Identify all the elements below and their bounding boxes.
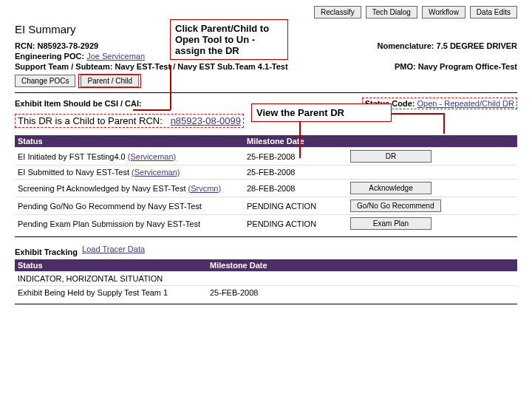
go-nogo-button[interactable]: Go/No Go Recommend (350, 200, 441, 212)
load-tracer-link[interactable]: Load Tracer Data (82, 245, 145, 253)
exam-plan-button[interactable]: Exam Plan (350, 217, 432, 230)
support-label: Support Team / Subteam: (15, 62, 112, 71)
col-status-header: Status (18, 261, 210, 270)
milestone-date: 28-FEB-2008 (247, 184, 350, 193)
child-dr-rcn-link[interactable]: n85923-08-0099 (171, 115, 241, 126)
callout-line-3 (392, 113, 443, 115)
milestone-date: 25-FEB-2008 (210, 288, 258, 297)
pmo-value: Navy Program Office-Test (418, 62, 517, 71)
table-row: EI Initiated by FST TEsting4.0 (Servicem… (15, 147, 517, 165)
status-table: Status Milestone Date EI Initiated by FS… (15, 135, 517, 232)
child-dr-text: This DR is a Child to Parent RCN: (18, 115, 163, 126)
divider-1 (15, 92, 517, 93)
milestone-date: 25-FEB-2008 (247, 168, 350, 177)
status-text: EI Initiated by FST TEsting4.0 (18, 152, 126, 161)
pmo-label: PMO: (395, 62, 416, 71)
reclassify-button[interactable]: Reclassify (314, 6, 361, 18)
poc-buttons-row: Change POCs Parent / Child (15, 74, 517, 88)
support-team-row: Support Team / Subteam: Navy EST-Test / … (15, 62, 517, 71)
callout-line-1b (133, 109, 171, 111)
status-code-link[interactable]: Open - Repeated/Child DR (417, 99, 514, 108)
dr-button[interactable]: DR (350, 150, 432, 163)
milestone-date: 25-FEB-2008 (247, 152, 350, 161)
milestone-date: PENDING ACTION (247, 202, 350, 211)
col-status-header: Status (18, 137, 247, 146)
exhibit-tracking-table: Status Milestone Date INDICATOR, HORIZON… (15, 259, 517, 299)
parent-child-highlight: Parent / Child (78, 74, 141, 88)
callout-parent-child: Click Parent/Child to Open Tool to Un -a… (170, 19, 288, 60)
change-pocs-button[interactable]: Change POCs (15, 75, 75, 87)
col-date-header: Milestone Date (247, 137, 350, 146)
child-dr-box: This DR is a Child to Parent RCN: n85923… (15, 114, 244, 128)
status-table-header: Status Milestone Date (15, 135, 517, 147)
data-edits-button[interactable]: Data Edits (470, 6, 517, 18)
rcn-label: RCN: (15, 41, 35, 50)
page-root: Reclassify Tech Dialog Workflow Data Edi… (15, 6, 517, 304)
status-user-link[interactable]: (Srvcmn) (188, 184, 222, 193)
acknowledge-button[interactable]: Acknowledge (350, 182, 432, 194)
table-row: Screening Pt Acknowledged by Navy EST-Te… (15, 179, 517, 197)
callout-line-2 (299, 121, 301, 158)
nomenclature-value: 7.5 DEGREE DRIVER (437, 41, 517, 50)
top-button-bar: Reclassify Tech Dialog Workflow Data Edi… (15, 6, 517, 18)
eng-poc-label: Engineering POC: (15, 52, 84, 61)
divider-2 (15, 236, 517, 237)
callout-line-1 (170, 65, 171, 109)
tech-dialog-button[interactable]: Tech Dialog (366, 6, 417, 18)
parent-child-button[interactable]: Parent / Child (81, 75, 139, 87)
col-date-header: Milestone Date (210, 261, 267, 270)
exhibit-table-header: Status Milestone Date (15, 259, 517, 271)
nomenclature-label: Nomenclature: (377, 41, 434, 50)
milestone-date: PENDING ACTION (247, 219, 350, 228)
status-text: EI Submitted to Navy EST-Test (18, 168, 129, 177)
exhibit-item-label: Exhibit Item Should be CSI / CAI: (15, 99, 142, 108)
exhibit-tracking-header-row: Exhibit Tracking Load Tracer Data (15, 242, 517, 256)
table-row: EI Submitted to Navy EST-Test (Servicema… (15, 165, 517, 179)
status-user-link[interactable]: (Serviceman) (128, 152, 176, 161)
status-text: Screening Pt Acknowledged by Navy EST-Te… (18, 184, 185, 193)
exhibit-tracking-label: Exhibit Tracking (15, 248, 78, 256)
status-text: INDICATOR, HORIZONTAL SITUATION (18, 274, 210, 283)
divider-3 (15, 304, 517, 304)
status-user-link[interactable]: (Serviceman) (132, 168, 180, 177)
support-value: Navy EST-Test / Navy EST Sub.Team 4.1-Te… (115, 62, 287, 71)
callout-view-parent: View the Parent DR (251, 103, 392, 122)
table-row: Pending Exam Plan Submission by Navy EST… (15, 214, 517, 232)
workflow-button[interactable]: Workflow (422, 6, 466, 18)
status-text: Pending Exam Plan Submission by Navy EST… (18, 219, 247, 228)
table-row: Exhibit Being Held by Supply Test Team 1… (15, 285, 517, 299)
status-text: Exhibit Being Held by Supply Test Team 1 (18, 288, 210, 297)
rcn-value: N85923-78-2929 (38, 41, 99, 50)
table-row: Pending Go/No Go Recommend by Navy EST-T… (15, 197, 517, 214)
table-row: INDICATOR, HORIZONTAL SITUATION (15, 271, 517, 285)
eng-poc-link[interactable]: Joe Serviceman (86, 52, 145, 61)
callout-line-3b (443, 113, 445, 134)
status-text: Pending Go/No Go Recommend by Navy EST-T… (18, 202, 247, 211)
